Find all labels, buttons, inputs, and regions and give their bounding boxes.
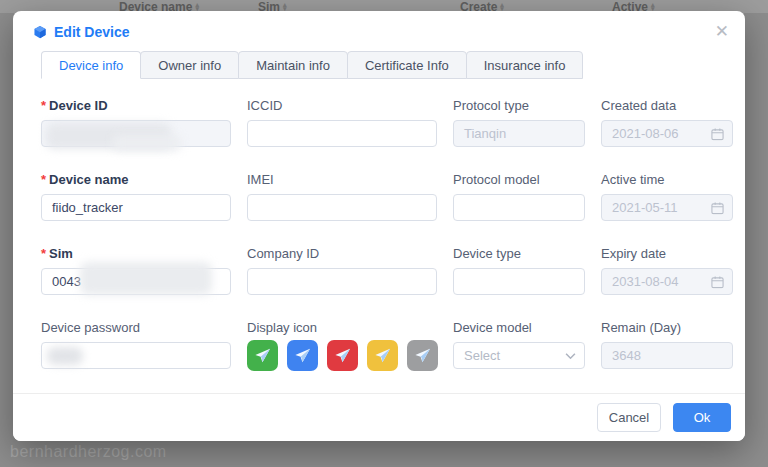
- display-icon-options: [247, 342, 437, 369]
- field-label: Expiry date: [601, 246, 733, 261]
- display-icon[interactable]: [367, 340, 398, 371]
- redacted-value: [112, 135, 182, 151]
- field-device-name: *Device name fiido_tracker: [41, 172, 231, 221]
- display-icon[interactable]: [327, 340, 358, 371]
- field-label: Remain (Day): [601, 320, 733, 335]
- sort-icon: ▴▾: [283, 3, 287, 11]
- field-label: Created data: [601, 98, 733, 113]
- field-protocol-model: Protocol model: [453, 172, 585, 221]
- required-asterisk: *: [41, 98, 46, 113]
- active-time-input: 2021-05-11: [601, 194, 733, 221]
- field-value: 2031-08-04: [612, 274, 679, 289]
- field-iccid: ICCID: [247, 98, 437, 147]
- sort-icon: ▴▾: [195, 3, 199, 11]
- ok-button[interactable]: Ok: [673, 403, 731, 432]
- sim-input[interactable]: 0043: [41, 268, 231, 295]
- sort-icon: ▴▾: [651, 3, 655, 11]
- field-device-type: Device type: [453, 246, 585, 295]
- protocol-type-input: Tianqin: [453, 120, 585, 147]
- tab-owner-info[interactable]: Owner info: [140, 51, 239, 79]
- field-expiry-date: Expiry date 2031-08-04: [601, 246, 733, 295]
- field-label: Device name: [49, 172, 129, 187]
- created-data-input: 2021-08-06: [601, 120, 733, 147]
- field-value: 3648: [612, 348, 641, 363]
- dialog-header: Edit Device ✕: [13, 11, 745, 47]
- device-id-input: [41, 120, 231, 147]
- calendar-icon: [711, 275, 724, 288]
- field-label: Device ID: [49, 98, 108, 113]
- field-value: Tianqin: [464, 126, 506, 141]
- redacted-value: [80, 262, 212, 295]
- field-display-icon: Display icon: [247, 320, 437, 369]
- dialog-footer: Cancel Ok: [13, 393, 745, 441]
- field-device-id: *Device ID: [41, 98, 231, 147]
- imei-input[interactable]: [247, 194, 437, 221]
- protocol-model-input[interactable]: [453, 194, 585, 221]
- watermark: bernhardherzog.com: [10, 443, 167, 461]
- field-remain-day: Remain (Day) 3648: [601, 320, 733, 369]
- field-value: 0043: [52, 274, 81, 289]
- field-label: Protocol model: [453, 172, 585, 187]
- device-name-input[interactable]: fiido_tracker: [41, 194, 231, 221]
- tab-device-info[interactable]: Device info: [41, 51, 141, 79]
- field-value: fiido_tracker: [52, 200, 123, 215]
- field-label: ICCID: [247, 98, 437, 113]
- expiry-date-input: 2031-08-04: [601, 268, 733, 295]
- company-id-input[interactable]: [247, 268, 437, 295]
- device-model-select[interactable]: Select: [453, 342, 585, 369]
- field-value: 2021-08-06: [612, 126, 679, 141]
- field-device-password: Device password: [41, 320, 231, 369]
- field-sim: *Sim 0043: [41, 246, 231, 295]
- field-active-time: Active time 2021-05-11: [601, 172, 733, 221]
- calendar-icon: [711, 127, 724, 140]
- field-label: Sim: [49, 246, 73, 261]
- device-type-input[interactable]: [453, 268, 585, 295]
- device-password-input[interactable]: [41, 342, 231, 369]
- device-info-form: *Device ID ICCID Protocol type Tianqin C…: [13, 79, 745, 369]
- sort-icon: ▴▾: [500, 3, 504, 11]
- field-label: Display icon: [247, 320, 437, 335]
- select-placeholder: Select: [464, 348, 500, 363]
- field-device-model: Device model Select: [453, 320, 585, 369]
- display-icon[interactable]: [407, 340, 438, 371]
- dialog-title: Edit Device: [54, 24, 129, 40]
- field-label: Device password: [41, 320, 231, 335]
- calendar-icon: [711, 201, 724, 214]
- chevron-down-icon: [565, 352, 576, 359]
- tab-bar: Device info Owner info Maintain info Cer…: [41, 51, 745, 79]
- required-asterisk: *: [41, 246, 46, 261]
- field-label: Active time: [601, 172, 733, 187]
- cube-icon: [33, 25, 47, 39]
- field-value: 2021-05-11: [612, 200, 678, 215]
- iccid-input[interactable]: [247, 120, 437, 147]
- cancel-button[interactable]: Cancel: [597, 403, 661, 432]
- field-label: Company ID: [247, 246, 437, 261]
- edit-device-dialog: Edit Device ✕ Device info Owner info Mai…: [13, 11, 745, 441]
- field-imei: IMEI: [247, 172, 437, 221]
- tab-insurance-info[interactable]: Insurance info: [466, 51, 584, 79]
- display-icon[interactable]: [247, 340, 278, 371]
- display-icon[interactable]: [287, 340, 318, 371]
- required-asterisk: *: [41, 172, 46, 187]
- close-icon[interactable]: ✕: [715, 23, 729, 40]
- field-label: Protocol type: [453, 98, 585, 113]
- redacted-value: [47, 347, 83, 365]
- field-label: IMEI: [247, 172, 437, 187]
- remain-day-input: 3648: [601, 342, 733, 369]
- field-protocol-type: Protocol type Tianqin: [453, 98, 585, 147]
- field-label: Device type: [453, 246, 585, 261]
- tab-maintain-info[interactable]: Maintain info: [238, 51, 348, 79]
- tab-certificate-info[interactable]: Certificate Info: [347, 51, 467, 79]
- field-label: Device model: [453, 320, 585, 335]
- field-company-id: Company ID: [247, 246, 437, 295]
- field-created-data: Created data 2021-08-06: [601, 98, 733, 147]
